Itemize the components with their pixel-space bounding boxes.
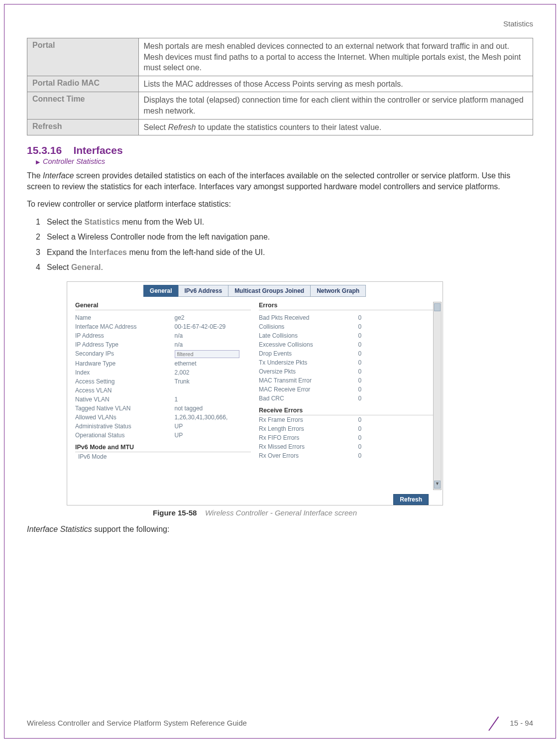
errors-value: 0	[358, 359, 435, 366]
tab-general[interactable]: General	[143, 285, 179, 297]
left-column: General Namege2Interface MAC Address00-1…	[75, 302, 251, 486]
errors-title: Errors	[259, 302, 435, 310]
errors-key: Late Collisions	[259, 332, 358, 339]
general-row: Index2,002	[75, 368, 251, 377]
errors-value: 0	[358, 341, 435, 348]
def-description: Mesh portals are mesh enabled devices co…	[138, 38, 533, 76]
general-key: Operational Status	[75, 432, 175, 439]
general-key: IP Address	[75, 332, 175, 339]
scroll-down-icon[interactable]: ▼	[434, 481, 441, 489]
breadcrumb[interactable]: ▶ Controller Statistics	[36, 157, 533, 165]
general-value: Trunk	[175, 378, 251, 385]
errors-row: Excessive Collisions0	[259, 340, 435, 349]
general-value: 2,002	[175, 369, 251, 376]
para1-post: screen provides detailed statistics on e…	[27, 171, 510, 191]
general-key: Tagged Native VLAN	[75, 405, 175, 412]
general-title: General	[75, 302, 251, 310]
rx-errors-key: Rx Length Errors	[259, 425, 358, 432]
closing-line: Interface Statistics support the followi…	[27, 524, 533, 535]
errors-key: Drop Events	[259, 350, 358, 357]
footer-left: Wireless Controller and Service Platform…	[27, 719, 247, 727]
general-row: Allowed VLANs1,26,30,41,300,666,	[75, 413, 251, 422]
errors-value: 0	[358, 332, 435, 339]
errors-row: Oversize Pkts0	[259, 367, 435, 376]
breadcrumb-text: Controller Statistics	[43, 157, 105, 165]
general-key: Access VLAN	[75, 387, 175, 394]
tabs: GeneralIPv6 AddressMulticast Groups Join…	[67, 282, 443, 297]
general-key: Administrative Status	[75, 423, 175, 430]
errors-row: Drop Events0	[259, 349, 435, 358]
closing-post: support the following:	[92, 525, 170, 533]
rx-errors-key: Rx Over Errors	[259, 452, 358, 459]
general-row: IP Addressn/a	[75, 331, 251, 340]
slash-icon	[489, 714, 506, 731]
tab-ipv6-address[interactable]: IPv6 Address	[178, 285, 229, 297]
rx-errors-value: 0	[358, 425, 435, 432]
general-key: Interface MAC Address	[75, 323, 175, 330]
general-row: Operational StatusUP	[75, 431, 251, 440]
step-item: 2Select a Wireless Controller node from …	[36, 232, 533, 243]
general-value: UP	[175, 432, 251, 439]
figure-caption: Figure 15-58 Wireless Controller - Gener…	[67, 508, 443, 517]
rx-errors-value: 0	[358, 434, 435, 441]
closing-em: Interface Statistics	[27, 525, 92, 533]
secondary-ips-input[interactable]	[175, 350, 239, 358]
general-row: Native VLAN1	[75, 395, 251, 404]
general-key: Native VLAN	[75, 396, 175, 403]
scroll-thumb[interactable]	[434, 303, 441, 311]
errors-row: Late Collisions0	[259, 331, 435, 340]
step-item: 3Expand the Interfaces menu from the lef…	[36, 247, 533, 258]
general-row: Administrative StatusUP	[75, 422, 251, 431]
errors-key: MAC Transmit Error	[259, 377, 358, 384]
errors-row: Collisions0	[259, 322, 435, 331]
figure-screenshot: GeneralIPv6 AddressMulticast Groups Join…	[67, 281, 443, 505]
ipv6-mode-label: IPv6 Mode	[75, 453, 176, 460]
general-value: 1,26,30,41,300,666,	[175, 414, 251, 421]
figure-caption-text: Wireless Controller - General Interface …	[205, 508, 357, 517]
general-key: Secondary IPs	[75, 350, 175, 358]
right-column: Errors Bad Pkts Received0Collisions0Late…	[259, 302, 435, 486]
general-value: not tagged	[175, 405, 251, 412]
general-value: n/a	[175, 341, 251, 348]
def-term: Connect Time	[27, 92, 139, 119]
errors-row: MAC Transmit Error0	[259, 376, 435, 385]
tab-network-graph[interactable]: Network Graph	[310, 285, 366, 297]
general-row: Tagged Native VLANnot tagged	[75, 404, 251, 413]
general-value: ethernet	[175, 360, 251, 367]
general-value: n/a	[175, 332, 251, 339]
tab-multicast-groups-joined[interactable]: Multicast Groups Joined	[228, 285, 311, 297]
scrollbar[interactable]: ▼	[433, 302, 442, 490]
general-row: Namege2	[75, 313, 251, 322]
section-number: 15.3.16	[27, 144, 62, 156]
errors-value: 0	[358, 386, 435, 393]
footer-page-number: 15 - 94	[510, 719, 533, 727]
general-value	[175, 350, 251, 358]
def-term: Portal Radio MAC	[27, 76, 139, 92]
general-key: Access Setting	[75, 378, 175, 385]
ipv6-mode-value	[176, 453, 251, 460]
general-row: Access VLAN	[75, 386, 251, 395]
errors-value: 0	[358, 323, 435, 330]
errors-value: 0	[358, 314, 435, 321]
paragraph-1: The Interface screen provides detailed s…	[27, 170, 533, 192]
errors-key: Oversize Pkts	[259, 368, 358, 375]
errors-row: Tx Undersize Pkts0	[259, 358, 435, 367]
ipv6-mode-title: IPv6 Mode and MTU	[75, 444, 251, 452]
definitions-table: PortalMesh portals are mesh enabled devi…	[27, 38, 533, 135]
receive-errors-title: Receive Errors	[259, 407, 435, 415]
general-value: 1	[175, 396, 251, 403]
para1-em: Interface	[43, 171, 74, 180]
errors-row: MAC Receive Error0	[259, 385, 435, 394]
rx-errors-value: 0	[358, 452, 435, 459]
figure-label: Figure 15-58	[153, 508, 197, 517]
page-header-section: Statistics	[27, 19, 533, 28]
refresh-button[interactable]: Refresh	[393, 494, 429, 505]
rx-errors-key: Rx Missed Errors	[259, 443, 358, 450]
step-item: 1Select the Statistics menu from the Web…	[36, 217, 533, 228]
section-heading: 15.3.16 Interfaces	[27, 144, 533, 156]
para1-pre: The	[27, 171, 43, 180]
general-key: IP Address Type	[75, 341, 175, 348]
general-value	[175, 387, 251, 394]
errors-key: MAC Receive Error	[259, 386, 358, 393]
errors-key: Bad Pkts Received	[259, 314, 358, 321]
